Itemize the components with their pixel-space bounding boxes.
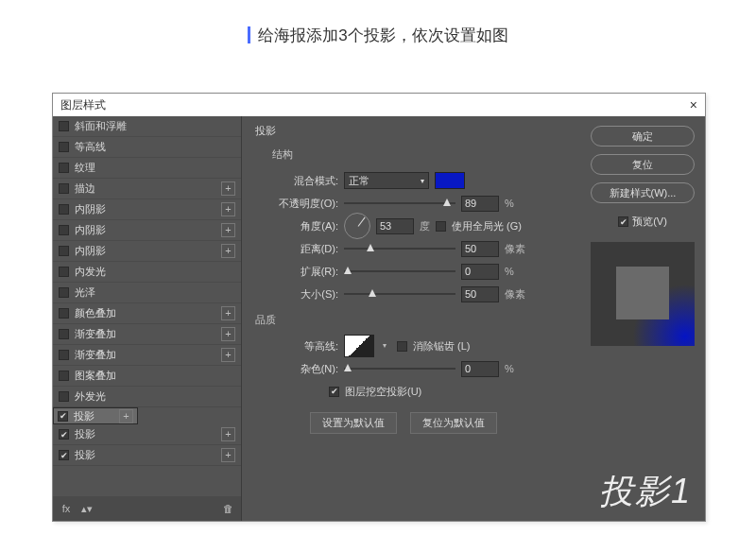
spread-row: 扩展(R): 0 % [272,260,567,283]
angle-row: 角度(A): 53 度 使用全局光 (G) [272,215,567,237]
effect-label: 描边 [75,181,221,196]
plus-icon[interactable]: + [221,327,235,341]
effect-checkbox[interactable] [59,267,69,277]
effect-checkbox[interactable] [59,225,69,235]
effect-row[interactable]: 渐变叠加+ [53,324,241,345]
contour-row: 等高线: ▾ 消除锯齿 (L) [272,335,567,357]
shadow-color-swatch[interactable] [435,172,465,189]
noise-input[interactable]: 0 [461,361,499,377]
noise-slider[interactable] [344,362,455,375]
effects-list: 斜面和浮雕等高线纹理描边+内阴影+内阴影+内阴影+内发光光泽颜色叠加+渐变叠加+… [53,116,241,496]
plus-icon[interactable]: + [221,306,235,320]
titlebar: 图层样式 × [53,94,705,116]
effect-checkbox[interactable] [59,121,69,131]
opacity-slider[interactable] [344,197,455,210]
effect-row[interactable]: 内阴影+ [53,199,241,220]
effect-label: 等高线 [75,140,235,154]
effect-row[interactable]: 投影+ [53,407,138,424]
distance-input[interactable]: 50 [461,241,499,257]
plus-icon[interactable]: + [221,181,235,196]
effect-row[interactable]: 内发光 [53,262,241,283]
contour-picker[interactable]: ▾ [344,335,374,357]
spread-slider[interactable] [344,265,455,278]
effect-checkbox[interactable] [59,183,69,194]
cancel-button[interactable]: 复位 [591,154,695,175]
effect-row[interactable]: 投影+ [53,445,241,466]
plus-icon[interactable]: + [221,244,235,258]
effect-row[interactable]: 斜面和浮雕 [53,116,241,137]
structure-group-label: 结构 [272,147,567,162]
knockout-checkbox[interactable] [329,387,339,397]
effect-label: 纹理 [75,161,235,175]
plus-icon[interactable]: + [221,348,235,362]
effect-heading: 投影 [255,124,567,138]
antialias-checkbox[interactable] [397,341,407,352]
effect-row[interactable]: 描边+ [53,179,241,199]
fx-menu-icon[interactable]: fx [59,501,74,516]
effect-row[interactable]: 等高线 [53,137,241,158]
plus-icon[interactable]: + [221,448,235,462]
effect-label: 渐变叠加 [75,327,221,341]
spread-input[interactable]: 0 [461,264,499,280]
effect-label: 光泽 [75,285,235,300]
angle-input[interactable]: 53 [376,218,414,234]
effect-row[interactable]: 图案叠加 [53,366,241,387]
angle-dial[interactable] [344,213,370,239]
effect-row[interactable]: 光泽 [53,283,241,303]
effect-checkbox[interactable] [59,329,69,339]
effect-checkbox[interactable] [58,411,68,422]
effect-checkbox[interactable] [59,287,69,298]
effect-checkbox[interactable] [59,308,69,319]
effect-label: 内阴影 [75,223,221,237]
settings-panel: 投影 结构 混合模式: 正常▾ 不透明度(O): 89 % 角度(A): [242,116,580,521]
effect-row[interactable]: 外发光 [53,387,241,407]
effect-checkbox[interactable] [59,450,69,460]
plus-icon[interactable]: + [221,223,235,237]
up-down-icon[interactable]: ▴▾ [79,501,94,516]
opacity-input[interactable]: 89 [461,196,499,212]
overlay-label: 投影1 [599,469,692,515]
effect-label: 渐变叠加 [75,348,221,362]
plus-icon[interactable]: + [119,409,133,423]
ok-button[interactable]: 确定 [591,126,695,147]
effect-row[interactable]: 颜色叠加+ [53,303,241,324]
effect-checkbox[interactable] [59,204,69,215]
effect-checkbox[interactable] [59,429,69,440]
plus-icon[interactable]: + [221,427,235,441]
distance-slider[interactable] [344,242,455,255]
effect-label: 内发光 [75,265,235,279]
dialog-title: 图层样式 [60,94,106,116]
effect-checkbox[interactable] [59,142,69,152]
global-light-checkbox[interactable] [436,221,446,232]
effect-label: 投影 [75,427,221,441]
effects-toolbar: fx ▴▾ 🗑 [53,496,241,521]
effect-row[interactable]: 内阴影+ [53,220,241,241]
noise-row: 杂色(N): 0 % [272,357,567,380]
effect-row[interactable]: 纹理 [53,158,241,179]
size-slider[interactable] [344,287,455,301]
effect-label: 内阴影 [75,244,221,258]
effect-checkbox[interactable] [59,246,69,256]
set-default-button[interactable]: 设置为默认值 [310,412,397,434]
reset-default-button[interactable]: 复位为默认值 [410,412,497,434]
effect-label: 内阴影 [75,202,221,216]
effect-row[interactable]: 投影+ [53,424,241,445]
effect-checkbox[interactable] [59,391,69,402]
blend-mode-select[interactable]: 正常▾ [344,172,429,189]
blend-mode-row: 混合模式: 正常▾ [272,169,567,192]
effect-row[interactable]: 内阴影+ [53,241,241,262]
effect-checkbox[interactable] [59,350,69,360]
plus-icon[interactable]: + [221,202,235,216]
effect-row[interactable]: 渐变叠加+ [53,345,241,366]
preview-checkbox[interactable] [618,216,628,227]
size-input[interactable]: 50 [461,286,499,302]
knockout-row: 图层挖空投影(U) [329,380,567,403]
effect-checkbox[interactable] [59,163,69,173]
trash-icon[interactable]: 🗑 [220,501,235,516]
size-row: 大小(S): 50 像素 [272,283,567,305]
effect-label: 投影 [75,448,221,462]
distance-row: 距离(D): 50 像素 [272,237,567,260]
effect-checkbox[interactable] [59,371,69,381]
close-icon[interactable]: × [690,94,697,116]
new-style-button[interactable]: 新建样式(W)... [591,182,695,203]
